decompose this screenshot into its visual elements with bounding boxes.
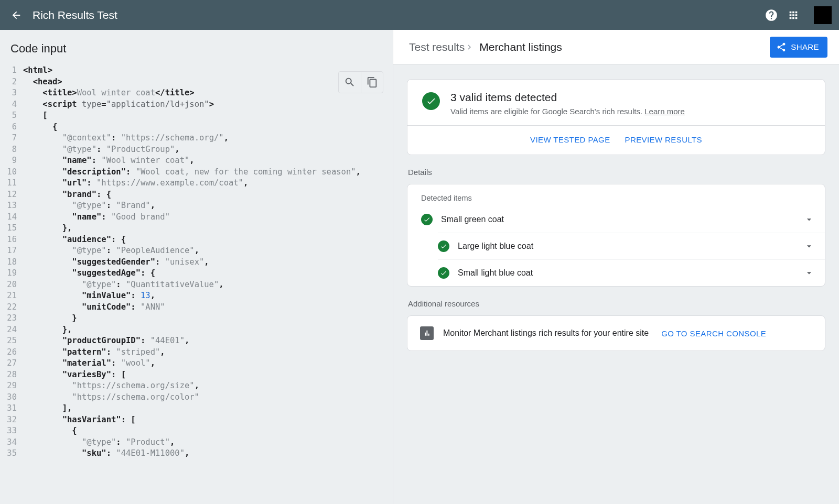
check-icon — [421, 214, 433, 225]
check-icon — [438, 267, 449, 279]
results-panel: Test results Merchant listings SHARE — [393, 30, 839, 504]
status-check-icon — [422, 92, 440, 110]
detected-items-card: Detected items Small green coatLarge lig… — [407, 184, 825, 287]
detected-item-label: Small green coat — [441, 215, 804, 224]
account-avatar[interactable] — [814, 6, 832, 24]
detected-item-row[interactable]: Small green coat — [407, 206, 825, 233]
apps-button[interactable] — [782, 4, 804, 26]
app-title: Rich Results Test — [33, 9, 117, 21]
code-copy-button[interactable] — [361, 72, 383, 93]
code-gutter: 1234567891011121314151617181920212223242… — [0, 65, 23, 504]
apps-icon — [788, 9, 799, 21]
arrow-back-icon — [10, 9, 22, 21]
code-source: <html> <head> <title>Wool winter coat</t… — [23, 65, 393, 504]
chevron-down-icon — [804, 214, 814, 225]
detected-item-row[interactable]: Small light blue coat — [438, 259, 825, 286]
copy-icon — [367, 76, 378, 88]
detected-item-label: Small light blue coat — [458, 268, 804, 278]
resource-message: Monitor Merchant listings rich results f… — [443, 328, 649, 338]
summary-actions: VIEW TESTED PAGE PREVIEW RESULTS — [407, 125, 825, 155]
search-icon — [344, 76, 356, 88]
code-input-title: Code input — [0, 30, 393, 65]
resource-card: Monitor Merchant listings rich results f… — [407, 315, 825, 351]
chevron-down-icon — [804, 241, 814, 251]
code-toolbar — [338, 71, 383, 93]
resources-section-title: Additional resources — [408, 299, 824, 308]
check-icon — [438, 240, 449, 252]
help-icon — [765, 8, 778, 22]
help-button[interactable] — [760, 4, 782, 26]
breadcrumb-leaf: Merchant listings — [479, 41, 562, 53]
summary-subtitle: Valid items are eligible for Google Sear… — [450, 107, 685, 116]
share-button[interactable]: SHARE — [770, 37, 827, 58]
detected-items-title: Detected items — [407, 184, 825, 206]
assessment-icon — [420, 326, 434, 340]
share-button-label: SHARE — [791, 42, 819, 51]
share-icon — [776, 42, 787, 52]
details-section-title: Details — [408, 168, 824, 177]
go-to-search-console-link[interactable]: GO TO SEARCH CONSOLE — [661, 329, 766, 338]
breadcrumb-root[interactable]: Test results — [409, 41, 465, 53]
detected-item-row[interactable]: Large light blue coat — [438, 233, 825, 259]
view-tested-page-button[interactable]: VIEW TESTED PAGE — [530, 135, 610, 144]
code-input-panel: Code input 12345678910111213141516171819… — [0, 30, 393, 504]
chevron-down-icon — [804, 268, 814, 278]
summary-title: 3 valid items detected — [450, 91, 685, 104]
code-editor[interactable]: 1234567891011121314151617181920212223242… — [0, 65, 393, 504]
appbar: Rich Results Test — [0, 0, 839, 30]
code-search-button[interactable] — [339, 72, 361, 93]
detected-item-label: Large light blue coat — [458, 242, 804, 251]
summary-card: 3 valid items detected Valid items are e… — [407, 79, 825, 155]
chevron-right-icon — [465, 42, 479, 52]
learn-more-link[interactable]: Learn more — [644, 107, 685, 116]
back-button[interactable] — [9, 8, 23, 22]
preview-results-button[interactable]: PREVIEW RESULTS — [625, 135, 702, 144]
results-header: Test results Merchant listings SHARE — [393, 30, 839, 64]
breadcrumb: Test results Merchant listings — [409, 41, 562, 53]
